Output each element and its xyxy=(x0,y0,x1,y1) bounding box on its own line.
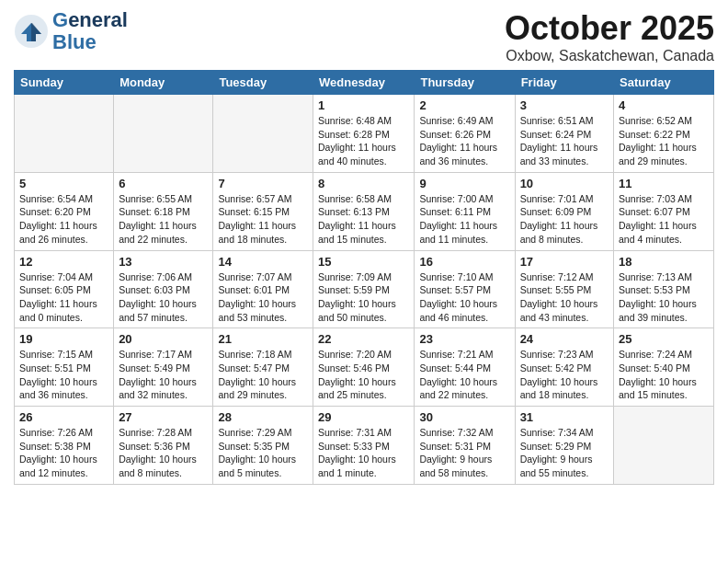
day-number: 14 xyxy=(218,255,308,269)
weekday-header-row: SundayMondayTuesdayWednesdayThursdayFrid… xyxy=(15,71,714,95)
calendar-cell: 9Sunrise: 7:00 AMSunset: 6:11 PMDaylight… xyxy=(415,172,515,250)
calendar-cell: 15Sunrise: 7:09 AMSunset: 5:59 PMDayligh… xyxy=(313,250,415,328)
calendar-cell: 2Sunrise: 6:49 AMSunset: 6:26 PMDaylight… xyxy=(415,95,515,173)
day-number: 5 xyxy=(19,177,108,190)
day-info: Sunrise: 6:54 AMSunset: 6:20 PMDaylight:… xyxy=(19,192,108,247)
calendar-cell: 30Sunrise: 7:32 AMSunset: 5:31 PMDayligh… xyxy=(415,407,515,485)
calendar-cell: 31Sunrise: 7:34 AMSunset: 5:29 PMDayligh… xyxy=(515,407,613,485)
page-container: General Blue October 2025 Oxbow, Saskatc… xyxy=(0,0,728,494)
day-info: Sunrise: 7:09 AMSunset: 5:59 PMDaylight:… xyxy=(318,270,409,325)
day-number: 16 xyxy=(419,255,509,269)
day-info: Sunrise: 7:24 AMSunset: 5:40 PMDaylight:… xyxy=(619,348,709,402)
day-info: Sunrise: 6:48 AMSunset: 6:28 PMDaylight:… xyxy=(318,114,409,168)
day-info: Sunrise: 6:55 AMSunset: 6:18 PMDaylight:… xyxy=(119,192,208,247)
day-number: 28 xyxy=(218,410,308,424)
day-info: Sunrise: 7:10 AMSunset: 5:57 PMDaylight:… xyxy=(419,270,509,325)
calendar-cell xyxy=(213,95,313,173)
brand-g: G xyxy=(52,8,68,31)
day-info: Sunrise: 7:29 AMSunset: 5:35 PMDaylight:… xyxy=(218,426,308,480)
day-info: Sunrise: 7:13 AMSunset: 5:53 PMDaylight:… xyxy=(619,270,709,325)
calendar-cell: 3Sunrise: 6:51 AMSunset: 6:24 PMDaylight… xyxy=(515,95,613,173)
calendar-cell: 13Sunrise: 7:06 AMSunset: 6:03 PMDayligh… xyxy=(114,250,213,328)
day-number: 9 xyxy=(419,177,509,190)
brand-eneral: eneral xyxy=(68,8,128,31)
day-number: 15 xyxy=(318,255,409,269)
day-number: 19 xyxy=(19,332,108,346)
day-number: 17 xyxy=(520,255,609,269)
weekday-header-saturday: Saturday xyxy=(614,71,714,95)
calendar-cell xyxy=(114,95,213,173)
calendar-cell: 29Sunrise: 7:31 AMSunset: 5:33 PMDayligh… xyxy=(313,407,415,485)
calendar-cell: 24Sunrise: 7:23 AMSunset: 5:42 PMDayligh… xyxy=(515,328,613,407)
calendar-cell: 1Sunrise: 6:48 AMSunset: 6:28 PMDaylight… xyxy=(313,95,415,173)
week-row-2: 5Sunrise: 6:54 AMSunset: 6:20 PMDaylight… xyxy=(15,172,714,250)
logo: General Blue xyxy=(14,9,128,53)
day-info: Sunrise: 7:12 AMSunset: 5:55 PMDaylight:… xyxy=(520,270,609,325)
day-info: Sunrise: 7:03 AMSunset: 6:07 PMDaylight:… xyxy=(619,192,709,247)
week-row-4: 19Sunrise: 7:15 AMSunset: 5:51 PMDayligh… xyxy=(15,328,714,407)
location-subtitle: Oxbow, Saskatchewan, Canada xyxy=(505,48,714,64)
calendar-cell: 27Sunrise: 7:28 AMSunset: 5:36 PMDayligh… xyxy=(114,407,213,485)
day-number: 6 xyxy=(119,177,208,190)
calendar-cell: 5Sunrise: 6:54 AMSunset: 6:20 PMDaylight… xyxy=(15,172,114,250)
day-number: 4 xyxy=(619,98,709,112)
day-info: Sunrise: 7:06 AMSunset: 6:03 PMDaylight:… xyxy=(119,270,208,325)
day-info: Sunrise: 7:20 AMSunset: 5:46 PMDaylight:… xyxy=(318,348,409,402)
calendar-table: SundayMondayTuesdayWednesdayThursdayFrid… xyxy=(14,70,714,485)
day-number: 8 xyxy=(318,177,409,190)
day-info: Sunrise: 7:28 AMSunset: 5:36 PMDaylight:… xyxy=(119,426,208,480)
day-info: Sunrise: 7:00 AMSunset: 6:11 PMDaylight:… xyxy=(419,192,509,247)
calendar-cell: 25Sunrise: 7:24 AMSunset: 5:40 PMDayligh… xyxy=(614,328,714,407)
day-info: Sunrise: 6:51 AMSunset: 6:24 PMDaylight:… xyxy=(520,114,609,168)
calendar-cell: 17Sunrise: 7:12 AMSunset: 5:55 PMDayligh… xyxy=(515,250,613,328)
day-info: Sunrise: 7:01 AMSunset: 6:09 PMDaylight:… xyxy=(520,192,609,247)
calendar-cell: 6Sunrise: 6:55 AMSunset: 6:18 PMDaylight… xyxy=(114,172,213,250)
calendar-cell: 16Sunrise: 7:10 AMSunset: 5:57 PMDayligh… xyxy=(415,250,515,328)
calendar-cell: 10Sunrise: 7:01 AMSunset: 6:09 PMDayligh… xyxy=(515,172,613,250)
calendar-cell: 18Sunrise: 7:13 AMSunset: 5:53 PMDayligh… xyxy=(614,250,714,328)
day-number: 25 xyxy=(619,332,709,346)
weekday-header-sunday: Sunday xyxy=(15,71,114,95)
day-number: 11 xyxy=(619,177,709,190)
day-number: 10 xyxy=(520,177,609,190)
calendar-cell: 20Sunrise: 7:17 AMSunset: 5:49 PMDayligh… xyxy=(114,328,213,407)
day-number: 12 xyxy=(19,255,108,269)
month-title: October 2025 xyxy=(505,9,714,48)
day-info: Sunrise: 7:04 AMSunset: 6:05 PMDaylight:… xyxy=(19,270,108,325)
day-info: Sunrise: 7:15 AMSunset: 5:51 PMDaylight:… xyxy=(19,348,108,402)
day-number: 20 xyxy=(119,332,208,346)
brand-blue: Blue xyxy=(52,31,128,53)
calendar-cell: 26Sunrise: 7:26 AMSunset: 5:38 PMDayligh… xyxy=(15,407,114,485)
day-info: Sunrise: 7:26 AMSunset: 5:38 PMDaylight:… xyxy=(19,426,108,480)
brand-text: General Blue xyxy=(52,9,128,53)
week-row-5: 26Sunrise: 7:26 AMSunset: 5:38 PMDayligh… xyxy=(15,407,714,485)
day-info: Sunrise: 6:49 AMSunset: 6:26 PMDaylight:… xyxy=(419,114,509,168)
day-number: 3 xyxy=(520,98,609,112)
day-info: Sunrise: 7:34 AMSunset: 5:29 PMDaylight:… xyxy=(520,426,609,480)
day-number: 18 xyxy=(619,255,709,269)
day-number: 24 xyxy=(520,332,609,346)
day-number: 7 xyxy=(218,177,308,190)
weekday-header-tuesday: Tuesday xyxy=(213,71,313,95)
calendar-cell: 23Sunrise: 7:21 AMSunset: 5:44 PMDayligh… xyxy=(415,328,515,407)
calendar-cell: 22Sunrise: 7:20 AMSunset: 5:46 PMDayligh… xyxy=(313,328,415,407)
day-number: 22 xyxy=(318,332,409,346)
week-row-3: 12Sunrise: 7:04 AMSunset: 6:05 PMDayligh… xyxy=(15,250,714,328)
day-number: 27 xyxy=(119,410,208,424)
day-number: 31 xyxy=(520,410,609,424)
calendar-cell: 28Sunrise: 7:29 AMSunset: 5:35 PMDayligh… xyxy=(213,407,313,485)
weekday-header-thursday: Thursday xyxy=(415,71,515,95)
weekday-header-friday: Friday xyxy=(515,71,613,95)
day-info: Sunrise: 7:21 AMSunset: 5:44 PMDaylight:… xyxy=(419,348,509,402)
header: General Blue October 2025 Oxbow, Saskatc… xyxy=(14,9,714,64)
day-number: 2 xyxy=(419,98,509,112)
day-info: Sunrise: 7:23 AMSunset: 5:42 PMDaylight:… xyxy=(520,348,609,402)
day-number: 13 xyxy=(119,255,208,269)
title-area: October 2025 Oxbow, Saskatchewan, Canada xyxy=(505,9,714,64)
day-number: 23 xyxy=(419,332,509,346)
day-info: Sunrise: 6:52 AMSunset: 6:22 PMDaylight:… xyxy=(619,114,709,168)
day-info: Sunrise: 7:31 AMSunset: 5:33 PMDaylight:… xyxy=(318,426,409,480)
calendar-cell xyxy=(15,95,114,173)
calendar-cell: 21Sunrise: 7:18 AMSunset: 5:47 PMDayligh… xyxy=(213,328,313,407)
calendar-cell xyxy=(614,407,714,485)
